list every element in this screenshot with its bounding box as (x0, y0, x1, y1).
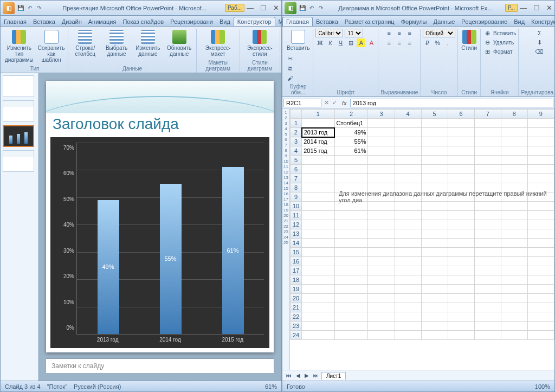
cell[interactable] (501, 303, 527, 312)
cell[interactable] (474, 275, 501, 285)
cell[interactable] (527, 128, 554, 137)
cell[interactable] (527, 322, 554, 331)
select-all[interactable] (291, 110, 302, 119)
col-header[interactable]: 4 (395, 110, 421, 119)
cell[interactable] (501, 119, 527, 128)
cell[interactable] (527, 331, 554, 340)
cell[interactable] (474, 119, 501, 128)
ribbon-btn[interactable]: Экспресс-стили (242, 29, 277, 58)
cell[interactable] (368, 275, 395, 285)
cell[interactable] (421, 322, 448, 331)
xl-context-tab[interactable]: Р... (505, 4, 518, 12)
cell[interactable] (527, 275, 554, 285)
cell[interactable] (448, 257, 474, 266)
cell[interactable] (395, 220, 421, 229)
cell[interactable] (527, 257, 554, 266)
row-header[interactable]: 24 (291, 331, 302, 340)
cell[interactable] (395, 266, 421, 275)
cell[interactable] (448, 119, 474, 128)
cell[interactable]: 2014 год (302, 137, 334, 146)
col-header[interactable]: 3 (368, 110, 395, 119)
sheet-nav-prev[interactable]: ◀ (294, 372, 302, 378)
cell[interactable] (421, 128, 448, 137)
cell[interactable] (368, 239, 395, 248)
cell[interactable] (527, 137, 554, 146)
cell[interactable] (474, 128, 501, 137)
qat-undo[interactable]: ↶ (26, 4, 34, 12)
tab-Показ слайдов[interactable]: Показ слайдов (119, 17, 167, 26)
cell[interactable] (421, 211, 448, 220)
office-button[interactable]: ◧ (3, 2, 15, 14)
tab-Анимация[interactable]: Анимация (85, 17, 120, 26)
cell[interactable] (501, 285, 527, 294)
cell[interactable] (421, 156, 448, 165)
cell[interactable] (368, 211, 395, 220)
cell[interactable] (474, 146, 501, 156)
cell[interactable]: 61% (334, 146, 368, 156)
tab-Вставка[interactable]: Вставка (30, 17, 59, 26)
ribbon-btn[interactable]: Сохранить как шаблон (37, 29, 66, 64)
row-header[interactable]: 18 (291, 275, 302, 285)
cell[interactable] (395, 211, 421, 220)
col-header[interactable]: 1 (302, 110, 334, 119)
col-header[interactable]: 2 (334, 110, 368, 119)
cell[interactable] (421, 229, 448, 239)
cell[interactable] (395, 303, 421, 312)
cell[interactable] (395, 294, 421, 303)
cell[interactable] (501, 275, 527, 285)
cell[interactable] (334, 174, 368, 183)
cell[interactable] (474, 303, 501, 312)
cell[interactable] (395, 322, 421, 331)
slide-title[interactable]: Заголовок слайда (46, 113, 274, 137)
row-header[interactable]: 3 (291, 137, 302, 146)
cell[interactable] (448, 220, 474, 229)
slide-thumb-1[interactable] (3, 75, 34, 97)
cell[interactable] (527, 229, 554, 239)
slide[interactable]: Заголовок слайда 70%60%50%40%30%20%10%0%… (46, 81, 274, 352)
cell[interactable] (448, 156, 474, 165)
col-header[interactable]: 5 (421, 110, 448, 119)
cell[interactable]: 49% (334, 128, 368, 137)
cell[interactable] (302, 248, 334, 257)
cell[interactable] (501, 312, 527, 322)
cell[interactable] (501, 294, 527, 303)
align-mid[interactable]: ≡ (395, 29, 404, 37)
cell[interactable] (527, 156, 554, 165)
cell[interactable] (302, 239, 334, 248)
cell[interactable] (334, 220, 368, 229)
cell[interactable] (501, 137, 527, 146)
col-header[interactable]: 9 (527, 110, 554, 119)
row-header[interactable]: 21 (291, 303, 302, 312)
cell[interactable] (302, 211, 334, 220)
cell[interactable] (527, 285, 554, 294)
cell[interactable] (448, 266, 474, 275)
cell[interactable] (395, 174, 421, 183)
cell[interactable] (501, 239, 527, 248)
cell[interactable] (421, 312, 448, 322)
chart-bar[interactable]: 61% (222, 167, 244, 334)
cell[interactable] (448, 146, 474, 156)
col-header[interactable]: 7 (474, 110, 501, 119)
office-button[interactable]: ◧ (285, 2, 296, 14)
cell[interactable] (368, 137, 395, 146)
cell[interactable] (501, 156, 527, 165)
cell[interactable] (421, 146, 448, 156)
cell[interactable] (395, 137, 421, 146)
cell[interactable] (527, 248, 554, 257)
cell[interactable] (474, 220, 501, 229)
delete-cells[interactable]: ⊖Удалить (483, 38, 516, 47)
cell[interactable] (501, 257, 527, 266)
align-top[interactable]: ≡ (385, 29, 393, 37)
cell[interactable] (302, 202, 334, 211)
cell[interactable] (368, 322, 395, 331)
cell[interactable] (448, 312, 474, 322)
tab-Рецензирование[interactable]: Рецензирование (458, 17, 511, 26)
row-header[interactable]: 17 (291, 266, 302, 275)
cell[interactable] (448, 239, 474, 248)
cell[interactable] (421, 165, 448, 174)
percent-button[interactable]: % (433, 38, 442, 47)
cell[interactable] (474, 322, 501, 331)
cell[interactable] (474, 257, 501, 266)
cell[interactable] (395, 156, 421, 165)
slide-thumb-2[interactable] (3, 100, 34, 122)
